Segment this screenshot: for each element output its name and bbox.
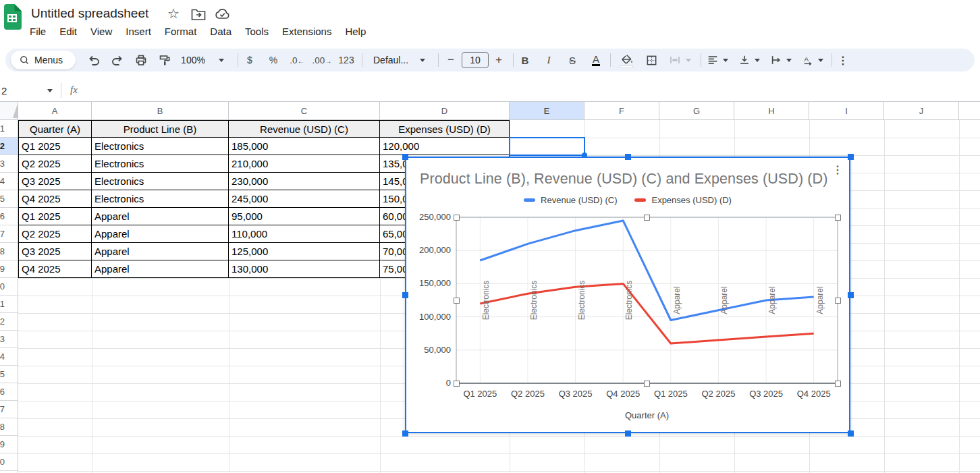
column-header-A[interactable]: A xyxy=(18,102,92,120)
row-header-17[interactable]: 17 xyxy=(0,401,18,418)
table-cell[interactable]: Q1 2025 xyxy=(18,208,92,225)
column-header-J[interactable]: J xyxy=(884,102,959,120)
vertical-align-button[interactable] xyxy=(736,49,753,72)
table-cell[interactable]: 230,000 xyxy=(229,173,380,190)
row-header-11[interactable]: 11 xyxy=(0,296,18,313)
table-cell[interactable]: Apparel xyxy=(92,225,229,243)
table-cell[interactable]: 110,000 xyxy=(229,225,380,243)
plot-resize-handle[interactable] xyxy=(644,381,650,387)
plot-resize-handle[interactable] xyxy=(835,215,841,221)
chart-selection-handle[interactable] xyxy=(848,154,854,160)
increase-decimal-button[interactable]: .00→ xyxy=(311,49,333,72)
table-cell[interactable]: 245,000 xyxy=(229,190,380,208)
merge-caret-icon[interactable] xyxy=(684,49,692,72)
table-cell[interactable]: 130,000 xyxy=(229,260,380,278)
text-wrap-caret-icon[interactable] xyxy=(785,49,793,72)
more-toolbar-button[interactable]: ⋮ xyxy=(836,49,850,72)
row-header-5[interactable]: 5 xyxy=(0,190,18,208)
row-header-10[interactable]: 10 xyxy=(0,278,18,296)
horizontal-align-button[interactable] xyxy=(705,49,721,72)
font-family-select[interactable]: Defaul... xyxy=(369,49,410,72)
merge-cells-button[interactable] xyxy=(667,49,683,72)
table-header-cell[interactable]: Expenses (USD) (D) xyxy=(380,120,510,138)
text-wrap-button[interactable] xyxy=(768,49,784,72)
column-header-C[interactable]: C xyxy=(229,102,380,120)
zoom-caret-icon[interactable] xyxy=(217,49,225,72)
menu-view[interactable]: View xyxy=(84,24,119,38)
chart-selection-handle[interactable] xyxy=(625,154,631,160)
chart-selection-handle[interactable] xyxy=(402,292,408,298)
font-caret-icon[interactable] xyxy=(418,49,427,72)
row-header-12[interactable]: 12 xyxy=(0,313,18,331)
column-header-E[interactable]: E xyxy=(510,102,584,120)
row-header-2[interactable]: 2 xyxy=(0,138,18,155)
column-header-F[interactable]: F xyxy=(584,102,659,120)
print-button[interactable] xyxy=(133,49,149,72)
row-header-1[interactable]: 1 xyxy=(0,120,18,138)
chart-container[interactable]: Product Line (B), Revenue (USD) (C) and … xyxy=(405,157,850,433)
menu-edit[interactable]: Edit xyxy=(53,24,84,38)
name-box[interactable]: 2 xyxy=(1,85,7,96)
table-cell[interactable]: Q4 2025 xyxy=(18,260,92,278)
menu-tools[interactable]: Tools xyxy=(238,24,275,38)
document-title[interactable]: Untitled spreadsheet xyxy=(31,6,148,21)
italic-button[interactable]: I xyxy=(541,49,557,72)
table-cell[interactable]: 120,000 xyxy=(380,138,510,155)
row-header-6[interactable]: 6 xyxy=(0,208,18,225)
plot-resize-handle[interactable] xyxy=(454,298,460,304)
row-header-18[interactable]: 18 xyxy=(0,418,18,436)
table-cell[interactable]: Q3 2025 xyxy=(18,173,92,190)
plot-resize-handle[interactable] xyxy=(644,215,650,221)
table-cell[interactable]: Q2 2025 xyxy=(18,155,92,173)
row-header-8[interactable]: 8 xyxy=(0,243,18,260)
row-header-16[interactable]: 16 xyxy=(0,383,18,401)
move-folder-icon[interactable] xyxy=(191,8,206,20)
decrease-font-size-button[interactable]: − xyxy=(443,49,459,72)
plot-resize-handle[interactable] xyxy=(454,381,460,387)
horizontal-align-caret-icon[interactable] xyxy=(722,49,730,72)
menu-data[interactable]: Data xyxy=(203,24,238,38)
vertical-align-caret-icon[interactable] xyxy=(753,49,761,72)
format-currency-button[interactable]: $ xyxy=(242,49,258,72)
name-box-caret-icon[interactable] xyxy=(47,89,53,92)
menu-help[interactable]: Help xyxy=(338,24,373,38)
decrease-decimal-button[interactable]: .0← xyxy=(288,49,306,72)
column-header-I[interactable]: I xyxy=(809,102,884,120)
selected-cell-outline[interactable] xyxy=(509,137,585,156)
row-header-9[interactable]: 9 xyxy=(0,260,18,278)
menu-extensions[interactable]: Extensions xyxy=(275,24,338,38)
table-cell[interactable]: Electronics xyxy=(92,138,229,155)
table-cell[interactable]: Q3 2025 xyxy=(18,243,92,260)
text-rotation-caret-icon[interactable] xyxy=(817,49,825,72)
plot-resize-handle[interactable] xyxy=(835,298,841,304)
column-header-B[interactable]: B xyxy=(92,102,229,120)
row-header-20[interactable]: 20 xyxy=(0,453,18,471)
table-cell[interactable]: Q1 2025 xyxy=(18,138,92,155)
star-icon[interactable]: ☆ xyxy=(167,5,180,22)
chart-selection-handle[interactable] xyxy=(848,430,854,437)
menu-format[interactable]: Format xyxy=(158,24,204,38)
fill-handle[interactable] xyxy=(582,152,587,158)
column-header-G[interactable]: G xyxy=(659,102,734,120)
row-header-13[interactable]: 13 xyxy=(0,331,18,348)
table-cell[interactable]: Apparel xyxy=(92,260,229,278)
table-cell[interactable]: Electronics xyxy=(92,190,229,208)
table-cell[interactable]: Electronics xyxy=(92,173,229,190)
table-header-cell[interactable]: Quarter (A) xyxy=(18,120,92,138)
chart-selection-handle[interactable] xyxy=(402,154,408,160)
table-cell[interactable]: Apparel xyxy=(92,208,229,225)
table-cell[interactable]: Apparel xyxy=(92,243,229,260)
column-header-D[interactable]: D xyxy=(380,102,510,120)
fill-color-button[interactable] xyxy=(618,49,634,72)
bold-button[interactable]: B xyxy=(517,49,533,72)
column-header-partial[interactable] xyxy=(959,102,980,120)
row-header-7[interactable]: 7 xyxy=(0,225,18,243)
paint-format-button[interactable] xyxy=(157,49,173,72)
redo-button[interactable] xyxy=(109,49,126,72)
chart-selection-handle[interactable] xyxy=(625,430,631,437)
plot-resize-handle[interactable] xyxy=(454,215,460,221)
table-cell[interactable]: Q4 2025 xyxy=(18,190,92,208)
table-cell[interactable]: Electronics xyxy=(92,155,229,173)
menu-file[interactable]: File xyxy=(23,24,53,38)
table-header-cell[interactable]: Revenue (USD) (C) xyxy=(229,120,380,138)
